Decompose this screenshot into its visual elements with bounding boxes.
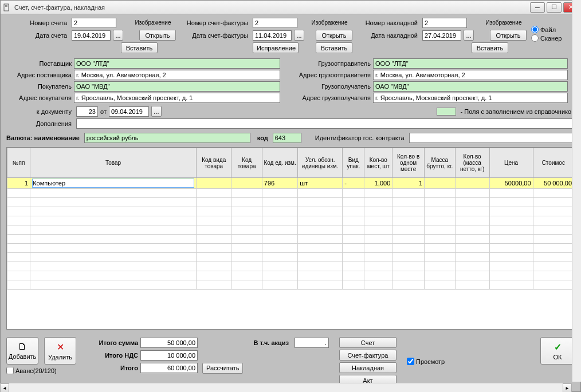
maximize-button[interactable]: ☐ [547, 2, 562, 13]
invoice-no-label: Номер счета [6, 19, 69, 26]
table-row[interactable] [7, 253, 574, 262]
image-label-2: Изображение [307, 19, 352, 26]
column-header[interactable]: Кол-во мест, шт [364, 148, 392, 178]
print-factura-button[interactable]: Счет-фактура [339, 350, 397, 361]
waybill-no-input[interactable] [422, 18, 467, 28]
table-row[interactable] [7, 271, 574, 280]
column-header[interactable]: Кол-во (масса нетто, кг) [455, 148, 489, 178]
ok-icon: ✓ [554, 342, 562, 353]
column-header[interactable]: Код товара [231, 148, 262, 178]
insert-button-1[interactable]: Вставить [121, 42, 158, 53]
factura-date-label: Дата счет-фактуры [180, 32, 250, 39]
vertical-scrollbar[interactable] [572, 147, 575, 330]
to-doc-date-picker[interactable]: ... [151, 106, 162, 117]
consignee-addr-input[interactable] [373, 93, 568, 103]
table-row[interactable] [7, 198, 574, 207]
correction-button[interactable]: Исправление [253, 42, 299, 53]
buyer-addr-input[interactable] [74, 93, 280, 103]
header-section: Номер счета Изображение Дата счета ... О… [6, 18, 575, 53]
extra-input[interactable] [76, 118, 575, 129]
shipper-input[interactable] [373, 58, 568, 69]
table-row[interactable] [7, 207, 574, 216]
sum-input[interactable] [140, 338, 198, 348]
ok-button[interactable]: ✓ ОК [540, 337, 575, 365]
radio-scanner[interactable]: Сканер [531, 34, 562, 42]
table-row[interactable]: 1796шт-1,000150000,0050 000,00 [7, 178, 574, 189]
svg-rect-2 [5, 6, 7, 7]
column-header[interactable]: Код вида товара [197, 148, 231, 178]
table-row[interactable] [7, 262, 574, 271]
vat-input[interactable] [140, 350, 198, 361]
to-doc-no-input[interactable] [76, 106, 98, 117]
extra-label: Дополнения [6, 120, 74, 127]
table-row[interactable] [7, 216, 574, 225]
contract-label: Идентификатор гос. контракта [315, 134, 405, 141]
column-header[interactable]: Вид упак. [343, 148, 364, 178]
to-doc-date-input[interactable] [109, 106, 149, 117]
open-button-1[interactable]: Открыть [139, 30, 176, 41]
print-waybill-button[interactable]: Накладная [339, 362, 397, 373]
waybill-date-picker[interactable]: ... [464, 30, 474, 41]
column-header[interactable]: Товар [30, 148, 197, 178]
shipper-addr-input[interactable] [373, 70, 568, 80]
total-label: Итого [87, 365, 138, 371]
column-header[interactable]: Масса брутто, кг. [425, 148, 456, 178]
supplier-input[interactable] [74, 58, 280, 69]
consignee-input[interactable] [373, 81, 568, 92]
minimize-button[interactable]: ─ [530, 2, 545, 13]
legend-swatch [437, 108, 456, 116]
insert-button-2[interactable]: Вставить [316, 42, 352, 53]
table-row[interactable] [7, 235, 574, 244]
excise-input[interactable] [295, 338, 329, 348]
delete-icon: ✕ [57, 342, 64, 353]
insert-button-3[interactable]: Вставить [472, 42, 508, 53]
radio-file[interactable]: Файл [531, 26, 562, 33]
image-label-3: Изображение [481, 19, 527, 26]
waybill-no-label: Номер накладной [357, 19, 420, 26]
currency-name-input[interactable] [84, 133, 250, 143]
currency-code-input[interactable] [273, 133, 301, 143]
open-button-2[interactable]: Открыть [316, 30, 352, 41]
grid-table: №ппТоварКод вида товараКод товараКод ед.… [7, 148, 574, 290]
delete-button[interactable]: ✕ Удалить [44, 337, 76, 365]
supplier-addr-input[interactable] [74, 70, 280, 80]
calc-button[interactable]: Рассчитать [202, 363, 243, 374]
factura-date-picker[interactable]: ... [294, 30, 304, 41]
column-header[interactable]: №пп [7, 148, 30, 178]
column-header[interactable]: Стоимос [533, 148, 574, 178]
ot-label: от [100, 108, 107, 115]
contract-input[interactable] [409, 133, 575, 143]
avans-checkbox[interactable]: Аванс(20/120) [6, 367, 76, 374]
buyer-input[interactable] [74, 81, 280, 92]
consignee-addr-label: Адрес грузополучателя [287, 94, 373, 101]
column-header[interactable]: Код ед. изм. [262, 148, 297, 178]
factura-date-input[interactable] [253, 30, 292, 41]
table-row[interactable] [7, 244, 574, 253]
add-icon: 🗋 [18, 342, 27, 352]
svg-rect-1 [5, 5, 7, 6]
column-header[interactable]: Цена [489, 148, 533, 178]
invoice-no-input[interactable] [72, 18, 116, 28]
open-button-3[interactable]: Открыть [490, 30, 527, 41]
table-row[interactable] [7, 189, 574, 198]
svg-rect-0 [4, 4, 9, 11]
table-row[interactable] [7, 225, 574, 235]
invoice-date-picker[interactable]: ... [113, 30, 123, 41]
table-row[interactable] [7, 280, 574, 290]
currency-name-label: Валюта: наименование [6, 134, 80, 141]
add-button[interactable]: 🗋 Добавить [6, 337, 38, 365]
invoice-date-label: Дата счета [6, 32, 69, 39]
currency-code-label: код [257, 134, 268, 141]
preview-checkbox[interactable]: Просмотр [407, 358, 445, 365]
to-doc-label: к документу [6, 108, 74, 115]
column-header[interactable]: Усл. обозн. единицы изм. [298, 148, 343, 178]
product-cell-input[interactable] [32, 179, 194, 188]
waybill-date-input[interactable] [422, 30, 461, 41]
factura-no-input[interactable] [253, 18, 297, 28]
column-header[interactable]: Кол-во в одном месте [392, 148, 425, 178]
print-invoice-button[interactable]: Счет [339, 337, 397, 348]
invoice-date-input[interactable] [72, 30, 111, 41]
supplier-label: Поставщик [6, 60, 74, 67]
total-input[interactable] [140, 363, 198, 373]
vat-label: Итого НДС [87, 352, 138, 359]
